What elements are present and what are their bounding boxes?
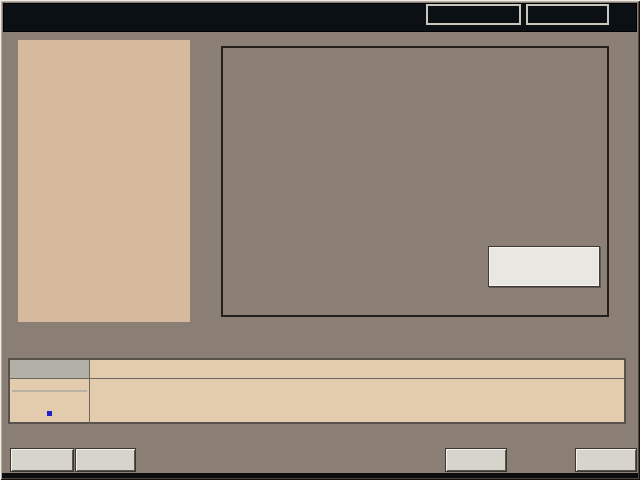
history-table [8, 358, 626, 424]
bottom-strip [2, 473, 638, 478]
chart-legend [488, 246, 600, 287]
history-button[interactable] [10, 448, 74, 472]
fetus-label-cell [10, 379, 90, 402]
report-button[interactable] [75, 448, 136, 472]
fetus-marker-icon [47, 411, 52, 416]
fetus-marker-cell [10, 402, 90, 424]
fetus-label [12, 390, 87, 392]
lmp-date-cell [182, 360, 274, 378]
table-dates-row [10, 379, 624, 402]
clock-time [426, 4, 521, 25]
lmp-label-cell [90, 360, 182, 378]
history-header-cell [10, 360, 90, 378]
table-values-row [10, 402, 624, 424]
clock-date [526, 4, 609, 25]
measurement-list [18, 40, 190, 322]
print-button[interactable] [445, 448, 507, 472]
table-header-row [10, 360, 624, 379]
exit-button[interactable] [575, 448, 637, 472]
